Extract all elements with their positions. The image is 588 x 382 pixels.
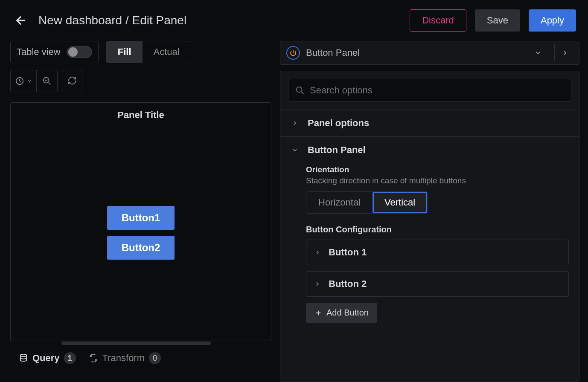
button-config-2-label: Button 2 bbox=[329, 278, 367, 289]
svg-point-2 bbox=[20, 354, 27, 357]
scroll-thumb bbox=[61, 341, 211, 345]
orientation-radio-group: Horizontal Vertical bbox=[306, 191, 428, 214]
tab-query[interactable]: Query 1 bbox=[19, 352, 76, 364]
button-config-1-label: Button 1 bbox=[329, 247, 367, 258]
svg-point-3 bbox=[297, 87, 302, 93]
toggle-knob bbox=[68, 47, 78, 57]
section-panel-options[interactable]: Panel options bbox=[280, 110, 579, 136]
page-title: New dashboard / Edit Panel bbox=[38, 14, 401, 27]
chevron-right-icon bbox=[291, 120, 299, 127]
orientation-label: Orientation bbox=[306, 165, 569, 174]
section-button-panel[interactable]: Button Panel bbox=[280, 136, 579, 163]
visualization-name: Button Panel bbox=[306, 47, 522, 58]
preview-button-1[interactable]: Button1 bbox=[107, 206, 175, 230]
discard-button[interactable]: Discard bbox=[410, 9, 466, 32]
chevron-right-icon bbox=[561, 49, 569, 57]
add-button-label: Add Button bbox=[326, 308, 369, 318]
table-view-label: Table view bbox=[17, 46, 61, 58]
tab-query-label: Query bbox=[32, 353, 60, 364]
chevron-right-icon bbox=[314, 249, 321, 256]
preview-button-2[interactable]: Button2 bbox=[107, 236, 175, 260]
orientation-desc: Stacking direction in case of multiple b… bbox=[306, 176, 569, 185]
transform-icon bbox=[89, 353, 98, 363]
fill-actual-switch: Fill Actual bbox=[106, 41, 191, 63]
orientation-vertical[interactable]: Vertical bbox=[373, 192, 427, 213]
panel-preview: Panel Title Button1 Button2 bbox=[10, 102, 271, 341]
table-view-toggle-group: Table view bbox=[10, 41, 99, 63]
section-panel-options-title: Panel options bbox=[308, 118, 369, 129]
refresh-icon bbox=[67, 76, 77, 85]
viz-expand-button[interactable] bbox=[554, 44, 575, 61]
actual-option[interactable]: Actual bbox=[143, 41, 191, 63]
button-config-heading: Button Configuration bbox=[306, 225, 569, 234]
fill-option[interactable]: Fill bbox=[107, 41, 143, 63]
tab-transform-count: 0 bbox=[149, 352, 161, 364]
tab-query-count: 1 bbox=[64, 352, 76, 364]
visualization-picker[interactable]: Button Panel bbox=[280, 41, 579, 65]
chevron-right-icon bbox=[314, 281, 321, 287]
viz-dropdown-toggle[interactable] bbox=[528, 44, 548, 61]
database-icon bbox=[19, 353, 28, 363]
zoom-out-button[interactable] bbox=[37, 70, 57, 92]
arrow-left-icon bbox=[14, 14, 28, 27]
table-view-toggle[interactable] bbox=[67, 46, 92, 58]
clock-icon bbox=[15, 76, 24, 86]
search-options-input[interactable] bbox=[310, 85, 564, 96]
chevron-down-icon bbox=[291, 147, 299, 153]
search-icon bbox=[295, 86, 305, 95]
panel-title: Panel Title bbox=[11, 103, 271, 125]
zoom-out-icon bbox=[42, 76, 52, 86]
tab-transform-label: Transform bbox=[102, 353, 145, 364]
power-icon bbox=[286, 46, 300, 60]
refresh-button[interactable] bbox=[62, 70, 82, 91]
plus-icon bbox=[314, 309, 322, 317]
section-button-panel-title: Button Panel bbox=[308, 145, 366, 156]
apply-button[interactable]: Apply bbox=[529, 9, 576, 32]
tab-transform[interactable]: Transform 0 bbox=[89, 352, 161, 364]
add-button[interactable]: Add Button bbox=[306, 303, 377, 323]
button-config-2[interactable]: Button 2 bbox=[306, 271, 569, 297]
back-button[interactable] bbox=[12, 12, 30, 29]
search-options-box bbox=[288, 79, 571, 102]
save-button[interactable]: Save bbox=[475, 9, 520, 32]
orientation-horizontal[interactable]: Horizontal bbox=[306, 192, 373, 213]
chevron-down-icon bbox=[27, 78, 32, 84]
chevron-down-icon bbox=[534, 49, 542, 57]
button-config-1[interactable]: Button 1 bbox=[306, 240, 569, 265]
preview-scrollbar[interactable] bbox=[10, 341, 271, 345]
time-range-button[interactable] bbox=[11, 70, 37, 92]
